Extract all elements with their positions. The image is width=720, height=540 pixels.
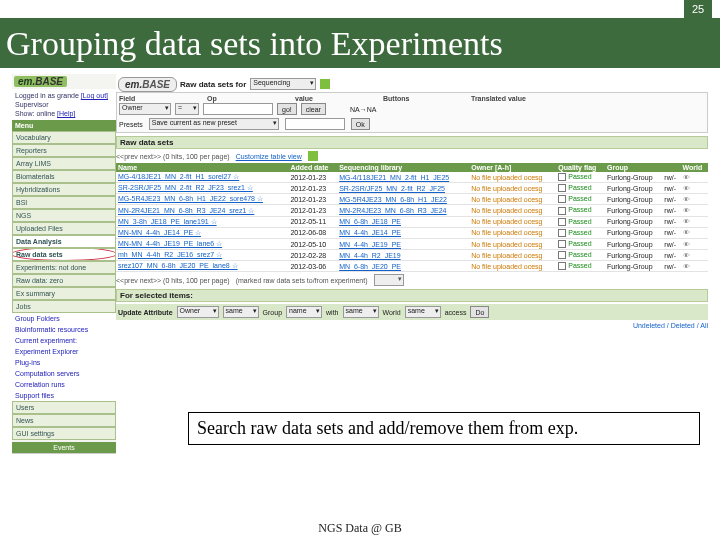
do-button[interactable]: Do	[470, 306, 489, 318]
checkbox[interactable]	[558, 262, 566, 270]
slide-title: Grouping data sets into Experiments	[0, 20, 720, 68]
page-number: 25	[684, 0, 712, 18]
preset-select[interactable]: Save current as new preset	[149, 118, 279, 130]
undeleted-filter[interactable]: Undeleted / Deleted / All	[116, 322, 708, 329]
table-row[interactable]: mh_MN_4-4h_R2_JE16_srez7 ☆2012-02-28MN_4…	[116, 250, 708, 261]
filter-op-select[interactable]: =	[175, 103, 199, 115]
sidebar-subitem[interactable]: Raw data: zero	[12, 274, 116, 287]
checkbox[interactable]	[558, 207, 566, 215]
filter-translated: NA→NA	[350, 106, 376, 113]
attr-world[interactable]: same	[405, 306, 441, 318]
table-row[interactable]: MG-5R4JE23_MN_6-8h_H1_JE22_sore478 ☆2012…	[116, 194, 708, 205]
sidebar-item[interactable]: Data Analysis	[12, 235, 116, 248]
sidebar-link[interactable]: Support files	[12, 390, 116, 401]
sidebar-link[interactable]: Bioinformatic resources	[12, 324, 116, 335]
checkbox[interactable]	[558, 240, 566, 248]
table-row[interactable]: MN-2R4JE21_MN_6-8h_R3_JE24_srez1 ☆2012-0…	[116, 205, 708, 216]
pager[interactable]: <<prev next>> (0 hits, 100 per page)	[116, 153, 230, 160]
sidebar-link[interactable]: Correlation runs	[12, 379, 116, 390]
table-row[interactable]: MG-4/18JE21_MN_2-fit_H1_sorel27 ☆2012-01…	[116, 172, 708, 183]
go-icon[interactable]	[320, 79, 330, 89]
app-logo: em.BASE	[14, 76, 67, 87]
rds-title: Raw data sets for	[180, 80, 246, 89]
col-header[interactable]: Sequencing library	[337, 163, 469, 172]
marked-select[interactable]	[374, 274, 404, 286]
login-box: Logged in as grande [Log out] Supervisor…	[12, 89, 116, 120]
preset-name-input[interactable]	[285, 118, 345, 130]
callout-box: Search raw data sets and add/remove them…	[188, 412, 700, 445]
rds-type-select[interactable]: Sequencing	[250, 78, 316, 90]
slide-footer: NGS Data @ GB	[0, 521, 720, 536]
sidebar-item[interactable]: Biomaterials	[12, 170, 116, 183]
table-row[interactable]: MN-MN_4-4h_JE19_PE_lane6 ☆2012-05-10MN_4…	[116, 238, 708, 249]
sidebar-item[interactable]: Array LIMS	[12, 157, 116, 170]
sidebar-link[interactable]: Group Folders	[12, 313, 116, 324]
logout-link[interactable]: [Log out]	[81, 92, 108, 99]
attr-owner[interactable]: Owner	[177, 306, 219, 318]
checkbox[interactable]	[558, 251, 566, 259]
pager-bottom[interactable]: <<prev next>> (0 hits, 100 per page)	[116, 277, 230, 284]
sidebar-link[interactable]: Computation servers	[12, 368, 116, 379]
customize-view-link[interactable]: Customize table view	[236, 153, 302, 160]
col-header[interactable]: Added date	[288, 163, 337, 172]
sidebar-section[interactable]: Users	[12, 401, 116, 414]
refresh-icon[interactable]	[308, 151, 318, 161]
sidebar: em.BASE Logged in as grande [Log out] Su…	[12, 74, 116, 454]
sidebar-subitem[interactable]: Ex summary	[12, 287, 116, 300]
filter-field-select[interactable]: Owner	[119, 103, 171, 115]
preset-ok-button[interactable]: Ok	[351, 118, 370, 130]
update-attr-label: Update Attribute	[118, 309, 173, 316]
raw-data-table: NameAdded dateSequencing libraryOwner [A…	[116, 163, 708, 272]
col-header[interactable]	[662, 163, 680, 172]
app-screenshot: em.BASE Logged in as grande [Log out] Su…	[12, 74, 708, 454]
attr-with[interactable]: same	[343, 306, 379, 318]
checkbox[interactable]	[558, 195, 566, 203]
sidebar-section[interactable]: News	[12, 414, 116, 427]
sidebar-subitem[interactable]: Raw data sets	[12, 248, 116, 261]
col-header[interactable]: Owner [A-h]	[469, 163, 556, 172]
sidebar-link[interactable]: Current experiment:	[12, 335, 116, 346]
sidebar-section[interactable]: GUI settings	[12, 427, 116, 440]
table-row[interactable]: MN-MN_4-4h_JE14_PE ☆2012-06-08MN_4-4h_JE…	[116, 227, 708, 238]
checkbox[interactable]	[558, 218, 566, 226]
marked-note: (marked raw data sets to/from experiment…	[236, 277, 368, 284]
table-row[interactable]: SR-2SR/JF25_MN_2-fit_R2_JF23_srez1 ☆2012…	[116, 183, 708, 194]
events-head: Events	[12, 442, 116, 453]
filter-panel: FieldOpvalueButtonsTranslated value Owne…	[116, 92, 708, 133]
attr-owner-val[interactable]: same	[223, 306, 259, 318]
filter-value-input[interactable]	[203, 103, 273, 115]
table-row[interactable]: MN_3-8h_JE18_PE_lane191 ☆2012-05-11MN_6-…	[116, 216, 708, 227]
sidebar-item[interactable]: Vocabulary	[12, 131, 116, 144]
filter-go-button[interactable]: go!	[277, 103, 297, 115]
col-header[interactable]: Quality flag	[556, 163, 605, 172]
sidebar-menu-head: Menu	[12, 120, 116, 131]
sidebar-item[interactable]: Uploaded Files	[12, 222, 116, 235]
checkbox[interactable]	[558, 173, 566, 181]
filter-clear-button[interactable]: clear	[301, 103, 326, 115]
sidebar-link[interactable]: Plug-ins	[12, 357, 116, 368]
sidebar-item[interactable]: Reporters	[12, 144, 116, 157]
raw-data-section: Raw data sets	[116, 136, 708, 149]
help-link[interactable]: [Help]	[57, 110, 75, 117]
preset-label: Presets	[119, 121, 143, 128]
col-header[interactable]: Name	[116, 163, 288, 172]
sidebar-item[interactable]: BSI	[12, 196, 116, 209]
sidebar-item[interactable]: Hybridizations	[12, 183, 116, 196]
sidebar-item[interactable]: NGS	[12, 209, 116, 222]
col-header[interactable]: World	[681, 163, 709, 172]
attr-group[interactable]: name	[286, 306, 322, 318]
checkbox[interactable]	[558, 184, 566, 192]
events-list: 18.10.29 Failed login from 10.11.66.1161…	[12, 453, 116, 454]
app-tab[interactable]: em.BASE	[118, 77, 177, 92]
col-header[interactable]: Group	[605, 163, 662, 172]
sidebar-subitem[interactable]: Jobs	[12, 300, 116, 313]
for-selected-bar: For selected items:	[116, 289, 708, 302]
table-row[interactable]: srez107_MN_6-8h_JE20_PE_lane8 ☆2012-03-0…	[116, 261, 708, 272]
checkbox[interactable]	[558, 229, 566, 237]
main-panel: em.BASE Raw data sets for Sequencing Fie…	[116, 74, 708, 454]
sidebar-link[interactable]: Experiment Explorer	[12, 346, 116, 357]
sidebar-subitem[interactable]: Experiments: not done	[12, 261, 116, 274]
